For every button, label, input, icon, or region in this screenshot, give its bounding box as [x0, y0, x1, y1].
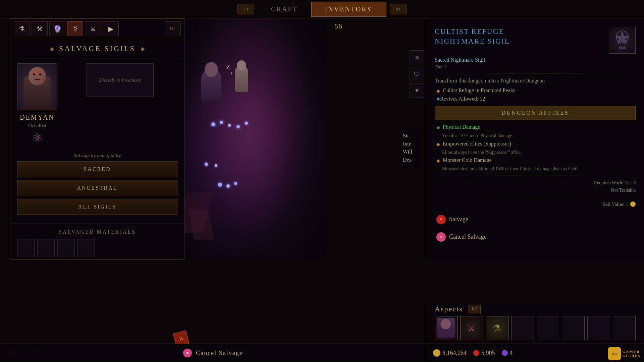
stat-wil: Will [403, 149, 418, 155]
affix-location: ◆ Cultist Refuge in Fractured Peaks [435, 87, 636, 94]
not-tradable-text: Not Tradable [435, 187, 636, 194]
item-name-line1: CULTIST REFUGE [435, 27, 510, 37]
toolbar-icon-4[interactable]: ☿ [67, 21, 83, 36]
salvage-all-button[interactable]: ALL SIGILS [17, 199, 177, 215]
toolbar-icon-2[interactable]: ⚒ [32, 21, 48, 36]
divider-3 [435, 198, 636, 198]
svg-text:SIGIL: SIGIL [619, 46, 626, 49]
stat-dex: Dex [403, 157, 418, 163]
affix-cold: ◆ Monster Cold Damage [435, 157, 636, 164]
salvage-slot-label: Directly in Inventory [99, 77, 141, 83]
revives-text: Revives Allowed: 12 [440, 96, 485, 102]
top-nav: L1 CRAFT INVENTORY R1 [0, 0, 644, 18]
gold-amount-right: 8,164,064 [442, 350, 467, 357]
affix-location-text: Cultist Refuge in Fractured Peaks [443, 87, 515, 94]
sell-row: Sell Value: 1 [435, 201, 636, 207]
salvage-slot[interactable]: Directly in Inventory [87, 63, 154, 97]
salvage-action-label: Salvage [449, 216, 468, 223]
aspect-slot-7[interactable] [587, 316, 610, 340]
action-buttons: ✕ Salvage ● Cancel Salvage [435, 212, 636, 244]
materials-section: SALVAGED MATERIALS [10, 224, 184, 261]
cancel-circle-icon: ● [436, 232, 446, 242]
item-header: CULTIST REFUGE NIGHTMARE SIGIL SIGIL [435, 27, 636, 54]
material-slot-4 [77, 239, 95, 256]
right-panel: CULTIST REFUGE NIGHTMARE SIGIL SIGIL Sac… [426, 18, 644, 260]
material-slot-2 [37, 239, 55, 256]
materials-grid [17, 239, 177, 256]
left-bumper[interactable]: L1 [237, 4, 254, 14]
souls-amount: 4 [510, 350, 513, 357]
souls-currency: 4 [502, 350, 513, 357]
affix-diamond-location: ◆ [436, 88, 440, 94]
blood-currency: 5,905 [473, 350, 495, 357]
cold-label: Monster Cold Damage [443, 157, 492, 163]
toolbar-icon-3[interactable]: 🔮 [49, 21, 65, 36]
affix-elites: ◆ Empowered Elites (Suppressor) [435, 141, 636, 147]
stat-int: Inte [403, 141, 418, 147]
item-count: 56 [335, 22, 342, 31]
aspect-slot-8[interactable] [613, 316, 636, 340]
gold-coin-icon [630, 201, 636, 207]
affix-list: ◆ Cultist Refuge in Fractured Peaks ◆ Re… [435, 87, 636, 102]
gamer-guides-logo: GG GAMER GUIDES [608, 347, 641, 360]
revives-num: 12 [480, 96, 485, 102]
soul-icon [502, 350, 508, 356]
right-bumper[interactable]: R1 [390, 4, 407, 14]
salvage-action-button[interactable]: ✕ Salvage [435, 212, 636, 227]
aspect-slot-1[interactable] [435, 316, 458, 340]
npc-portrait [17, 63, 57, 110]
item-description: Transform this dungeon into a Nightmare … [435, 77, 636, 85]
salvage-ancestral-button[interactable]: ANCESTRAL [17, 180, 177, 196]
side-icon-x[interactable]: ✕ [410, 50, 424, 65]
dungeon-affixes-list: ◆ Physical Damage You deal 10% more Phys… [435, 124, 636, 172]
affix-diamond-physical: ◆ [436, 125, 440, 130]
item-name-block: CULTIST REFUGE NIGHTMARE SIGIL [435, 27, 510, 46]
npc-class: Occultist [28, 123, 46, 128]
aspect-slot-5[interactable] [537, 316, 559, 340]
material-slot-3 [57, 239, 75, 256]
item-icon: SIGIL [609, 27, 636, 54]
salvage-sacred-button[interactable]: SACRED [17, 161, 177, 177]
aspects-r2-badge[interactable]: R2 [468, 305, 481, 313]
side-icon-shield[interactable]: 🛡 [410, 67, 424, 81]
sell-text: Sell Value: 1 [603, 201, 628, 207]
aspects-panel: Aspects R2 ⚔ ⚗ [426, 301, 644, 344]
aspects-label: Aspects [435, 305, 463, 313]
toolbar-icon-r2[interactable]: R2 [165, 21, 181, 36]
toolbar-icon-5[interactable]: ⚔ [85, 21, 101, 36]
side-icons: ✕ 🛡 ♥ [410, 50, 424, 98]
salvage-circle-icon: ✕ [436, 215, 446, 224]
blood-amount: 5,905 [481, 350, 495, 357]
sleep-z2: z [231, 70, 232, 76]
cancel-salvage-button[interactable]: ● Cancel Salvage [435, 230, 636, 244]
side-icon-heart[interactable]: ♥ [410, 83, 424, 98]
aspect-slot-6[interactable] [562, 316, 585, 340]
physical-damage-label: Physical Damage [443, 124, 480, 130]
aspect-slot-3[interactable]: ⚗ [486, 316, 508, 340]
requires-text: Requires World Tier 3 [435, 179, 636, 187]
aspect-slot-2[interactable]: ⚔ [460, 316, 483, 340]
divider-2 [435, 176, 636, 176]
salvage-quality-label: Salvage by item quality [17, 153, 177, 159]
aspect-slots: ⚔ ⚗ [435, 316, 636, 340]
physical-damage-desc: You deal 10% more Physical damage. [442, 132, 636, 139]
panel-title: SALVAGE SIGILS [59, 44, 136, 53]
bottom-cancel-text[interactable]: Cancel Salvage [196, 350, 243, 357]
gold-currency-right: 8,164,064 [433, 349, 467, 357]
material-slot-1 [17, 239, 35, 256]
aspect-slot-4[interactable] [511, 316, 534, 340]
item-type: Sacred Nightmare Sigil [435, 57, 636, 63]
dungeon-affixes-header: DUNGEON AFFIXES [435, 106, 636, 120]
stats-panel: Str Inte Will Dex [401, 131, 419, 167]
inventory-tab[interactable]: INVENTORY [311, 2, 386, 17]
affix-diamond-elites: ◆ [436, 141, 440, 147]
craft-tab[interactable]: CRAFT [258, 2, 311, 16]
cold-desc: Monsters deal an additional 15% of their… [442, 166, 636, 172]
npc-name: DEMYAN [20, 114, 55, 121]
toolbar-icon-6[interactable]: ▶ [103, 21, 119, 36]
sleep-z: Z [226, 64, 230, 71]
toolbar-icon-1[interactable]: ⚗ [14, 21, 30, 36]
bottom-cancel-circle: ● [183, 349, 192, 357]
item-tier: Tier 7 [435, 64, 636, 70]
bottom-bar: ● Cancel Salvage [0, 344, 426, 362]
